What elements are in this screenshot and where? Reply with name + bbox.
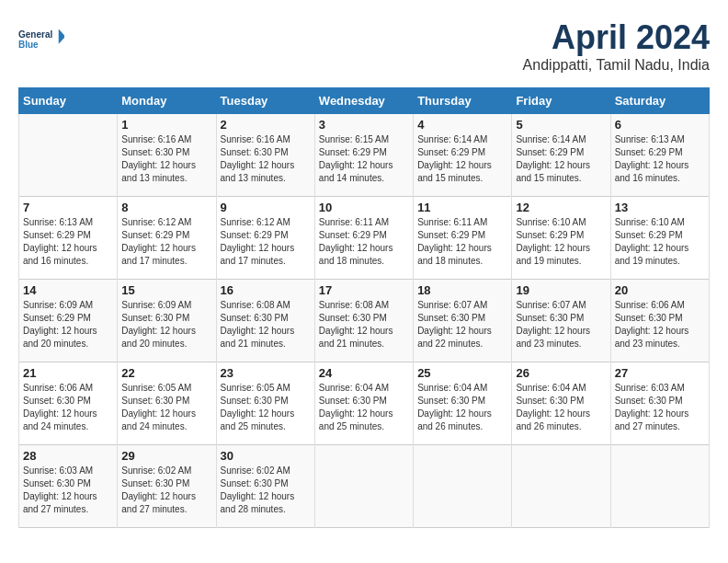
day-number: 9	[221, 201, 311, 214]
calendar-cell: 21 Sunrise: 6:06 AMSunset: 6:30 PMDaylig…	[19, 362, 118, 445]
week-row-3: 14 Sunrise: 6:09 AMSunset: 6:29 PMDaylig…	[19, 280, 710, 362]
header-thursday: Thursday	[414, 88, 512, 114]
calendar-cell: 1 Sunrise: 6:16 AMSunset: 6:30 PMDayligh…	[118, 114, 216, 197]
day-info: Sunrise: 6:13 AMSunset: 6:29 PMDaylight:…	[23, 217, 97, 266]
calendar-cell: 26 Sunrise: 6:04 AMSunset: 6:30 PMDaylig…	[512, 362, 610, 445]
day-number: 18	[417, 283, 507, 297]
month-title: April 2024	[523, 18, 710, 57]
day-number: 6	[615, 118, 705, 132]
day-info: Sunrise: 6:03 AMSunset: 6:30 PMDaylight:…	[615, 383, 689, 431]
location-title: Andippatti, Tamil Nadu, India	[523, 57, 710, 74]
day-info: Sunrise: 6:10 AMSunset: 6:29 PMDaylight:…	[516, 217, 590, 266]
calendar-cell: 28 Sunrise: 6:03 AMSunset: 6:30 PMDaylig…	[19, 445, 118, 528]
day-number: 20	[615, 283, 705, 297]
day-number: 25	[417, 366, 507, 380]
svg-text:General: General	[18, 29, 52, 40]
day-info: Sunrise: 6:16 AMSunset: 6:30 PMDaylight:…	[121, 134, 196, 183]
day-info: Sunrise: 6:07 AMSunset: 6:30 PMDaylight:…	[417, 300, 492, 349]
day-number: 28	[23, 449, 113, 463]
day-info: Sunrise: 6:15 AMSunset: 6:29 PMDaylight:…	[319, 134, 393, 183]
calendar-cell: 23 Sunrise: 6:05 AMSunset: 6:30 PMDaylig…	[216, 362, 314, 445]
calendar-cell: 17 Sunrise: 6:08 AMSunset: 6:30 PMDaylig…	[314, 280, 413, 362]
title-block: April 2024 Andippatti, Tamil Nadu, India	[523, 18, 710, 74]
logo-svg: General Blue	[18, 18, 64, 60]
day-info: Sunrise: 6:10 AMSunset: 6:29 PMDaylight:…	[615, 217, 689, 266]
calendar-table: SundayMondayTuesdayWednesdayThursdayFrid…	[18, 87, 710, 528]
day-number: 29	[121, 449, 211, 463]
day-number: 2	[221, 118, 311, 132]
week-row-2: 7 Sunrise: 6:13 AMSunset: 6:29 PMDayligh…	[19, 197, 710, 280]
day-info: Sunrise: 6:16 AMSunset: 6:30 PMDaylight:…	[221, 134, 295, 183]
header-wednesday: Wednesday	[314, 88, 413, 114]
day-info: Sunrise: 6:09 AMSunset: 6:29 PMDaylight:…	[23, 300, 97, 349]
day-info: Sunrise: 6:04 AMSunset: 6:30 PMDaylight:…	[319, 383, 393, 431]
day-number: 14	[23, 283, 113, 297]
header-saturday: Saturday	[610, 88, 709, 114]
day-info: Sunrise: 6:05 AMSunset: 6:30 PMDaylight:…	[221, 383, 295, 431]
calendar-cell	[19, 114, 118, 197]
day-number: 4	[417, 118, 507, 132]
calendar-cell	[314, 445, 413, 528]
calendar-cell: 18 Sunrise: 6:07 AMSunset: 6:30 PMDaylig…	[414, 280, 512, 362]
day-info: Sunrise: 6:05 AMSunset: 6:30 PMDaylight:…	[121, 383, 196, 431]
day-info: Sunrise: 6:14 AMSunset: 6:29 PMDaylight:…	[417, 134, 492, 183]
day-info: Sunrise: 6:13 AMSunset: 6:29 PMDaylight:…	[615, 134, 689, 183]
day-info: Sunrise: 6:04 AMSunset: 6:30 PMDaylight:…	[516, 383, 590, 431]
calendar-cell	[414, 445, 512, 528]
svg-text:Blue: Blue	[18, 40, 39, 50]
calendar-cell: 2 Sunrise: 6:16 AMSunset: 6:30 PMDayligh…	[216, 114, 314, 197]
header-friday: Friday	[512, 88, 610, 114]
day-number: 5	[516, 118, 606, 132]
day-number: 13	[615, 201, 705, 214]
svg-marker-2	[59, 29, 64, 44]
page-header: General Blue April 2024 Andippatti, Tami…	[18, 18, 710, 74]
calendar-cell: 16 Sunrise: 6:08 AMSunset: 6:30 PMDaylig…	[216, 280, 314, 362]
day-number: 19	[516, 283, 606, 297]
calendar-cell: 30 Sunrise: 6:02 AMSunset: 6:30 PMDaylig…	[216, 445, 314, 528]
day-number: 3	[319, 118, 409, 132]
calendar-cell: 14 Sunrise: 6:09 AMSunset: 6:29 PMDaylig…	[19, 280, 118, 362]
day-number: 7	[23, 201, 113, 214]
day-info: Sunrise: 6:06 AMSunset: 6:30 PMDaylight:…	[23, 383, 97, 431]
day-number: 21	[23, 366, 113, 380]
day-number: 1	[121, 118, 211, 132]
day-number: 26	[516, 366, 606, 380]
day-info: Sunrise: 6:02 AMSunset: 6:30 PMDaylight:…	[121, 465, 196, 514]
calendar-cell: 19 Sunrise: 6:07 AMSunset: 6:30 PMDaylig…	[512, 280, 610, 362]
calendar-cell: 11 Sunrise: 6:11 AMSunset: 6:29 PMDaylig…	[414, 197, 512, 280]
day-number: 24	[319, 366, 409, 380]
header-monday: Monday	[118, 88, 216, 114]
calendar-cell	[512, 445, 610, 528]
calendar-cell: 3 Sunrise: 6:15 AMSunset: 6:29 PMDayligh…	[314, 114, 413, 197]
calendar-cell: 27 Sunrise: 6:03 AMSunset: 6:30 PMDaylig…	[610, 362, 709, 445]
day-info: Sunrise: 6:14 AMSunset: 6:29 PMDaylight:…	[516, 134, 590, 183]
calendar-cell: 10 Sunrise: 6:11 AMSunset: 6:29 PMDaylig…	[314, 197, 413, 280]
day-number: 30	[221, 449, 311, 463]
calendar-cell	[610, 445, 709, 528]
calendar-cell: 25 Sunrise: 6:04 AMSunset: 6:30 PMDaylig…	[414, 362, 512, 445]
day-number: 11	[417, 201, 507, 214]
day-info: Sunrise: 6:11 AMSunset: 6:29 PMDaylight:…	[417, 217, 492, 266]
day-info: Sunrise: 6:02 AMSunset: 6:30 PMDaylight:…	[221, 465, 295, 514]
day-number: 17	[319, 283, 409, 297]
calendar-cell: 5 Sunrise: 6:14 AMSunset: 6:29 PMDayligh…	[512, 114, 610, 197]
day-info: Sunrise: 6:11 AMSunset: 6:29 PMDaylight:…	[319, 217, 393, 266]
day-number: 15	[121, 283, 211, 297]
calendar-cell: 9 Sunrise: 6:12 AMSunset: 6:29 PMDayligh…	[216, 197, 314, 280]
day-info: Sunrise: 6:12 AMSunset: 6:29 PMDaylight:…	[121, 217, 196, 266]
day-info: Sunrise: 6:12 AMSunset: 6:29 PMDaylight:…	[221, 217, 295, 266]
calendar-cell: 29 Sunrise: 6:02 AMSunset: 6:30 PMDaylig…	[118, 445, 216, 528]
calendar-cell: 6 Sunrise: 6:13 AMSunset: 6:29 PMDayligh…	[610, 114, 709, 197]
day-number: 23	[221, 366, 311, 380]
day-number: 12	[516, 201, 606, 214]
day-number: 27	[615, 366, 705, 380]
day-number: 10	[319, 201, 409, 214]
header-sunday: Sunday	[19, 88, 118, 114]
calendar-cell: 13 Sunrise: 6:10 AMSunset: 6:29 PMDaylig…	[610, 197, 709, 280]
day-number: 16	[221, 283, 311, 297]
logo: General Blue	[18, 18, 64, 60]
day-info: Sunrise: 6:09 AMSunset: 6:30 PMDaylight:…	[121, 300, 196, 349]
day-info: Sunrise: 6:03 AMSunset: 6:30 PMDaylight:…	[23, 465, 97, 514]
calendar-cell: 15 Sunrise: 6:09 AMSunset: 6:30 PMDaylig…	[118, 280, 216, 362]
calendar-cell: 20 Sunrise: 6:06 AMSunset: 6:30 PMDaylig…	[610, 280, 709, 362]
